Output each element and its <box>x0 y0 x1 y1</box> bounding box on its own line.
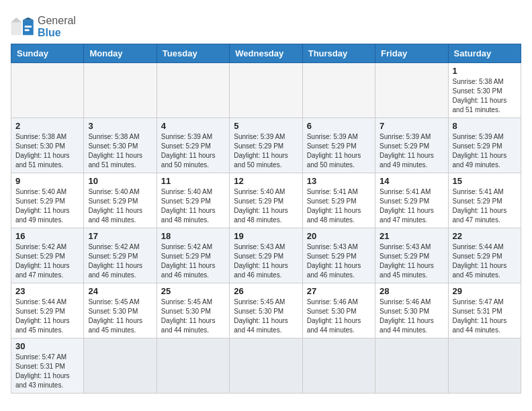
calendar-cell <box>375 338 448 394</box>
day-info: Sunrise: 5:45 AM Sunset: 5:30 PM Dayligh… <box>161 298 225 335</box>
day-number: 10 <box>88 176 152 186</box>
calendar-cell: 28Sunrise: 5:46 AM Sunset: 5:30 PM Dayli… <box>375 283 448 338</box>
calendar-week-row: 2Sunrise: 5:38 AM Sunset: 5:30 PM Daylig… <box>11 118 521 173</box>
day-number: 17 <box>88 231 152 241</box>
day-number: 26 <box>234 286 298 296</box>
calendar-cell: 3Sunrise: 5:38 AM Sunset: 5:30 PM Daylig… <box>84 118 157 173</box>
svg-rect-0 <box>11 22 22 35</box>
calendar-cell: 19Sunrise: 5:43 AM Sunset: 5:29 PM Dayli… <box>230 228 302 283</box>
day-info: Sunrise: 5:39 AM Sunset: 5:29 PM Dayligh… <box>380 132 443 170</box>
day-info: Sunrise: 5:40 AM Sunset: 5:29 PM Dayligh… <box>234 187 298 225</box>
svg-marker-1 <box>11 17 22 22</box>
calendar-cell <box>157 63 229 118</box>
day-info: Sunrise: 5:41 AM Sunset: 5:29 PM Dayligh… <box>380 187 443 225</box>
calendar-cell: 6Sunrise: 5:39 AM Sunset: 5:29 PM Daylig… <box>302 118 375 173</box>
calendar-cell <box>157 338 229 394</box>
col-header-saturday: Saturday <box>448 44 521 63</box>
day-number: 6 <box>307 121 371 131</box>
day-number: 14 <box>380 176 443 186</box>
calendar-cell <box>302 338 375 394</box>
day-number: 15 <box>453 176 517 186</box>
calendar-cell: 7Sunrise: 5:39 AM Sunset: 5:29 PM Daylig… <box>375 118 448 173</box>
calendar-week-row: 23Sunrise: 5:44 AM Sunset: 5:29 PM Dayli… <box>11 283 521 338</box>
calendar-cell <box>11 63 84 118</box>
day-info: Sunrise: 5:40 AM Sunset: 5:29 PM Dayligh… <box>15 187 79 225</box>
day-info: Sunrise: 5:44 AM Sunset: 5:29 PM Dayligh… <box>15 298 79 335</box>
day-info: Sunrise: 5:43 AM Sunset: 5:29 PM Dayligh… <box>307 242 371 280</box>
day-number: 2 <box>15 121 79 131</box>
calendar-cell: 29Sunrise: 5:47 AM Sunset: 5:31 PM Dayli… <box>448 283 521 338</box>
calendar-header-row: SundayMondayTuesdayWednesdayThursdayFrid… <box>11 44 521 63</box>
day-info: Sunrise: 5:42 AM Sunset: 5:29 PM Dayligh… <box>88 242 152 280</box>
day-number: 21 <box>380 231 443 241</box>
day-info: Sunrise: 5:42 AM Sunset: 5:29 PM Dayligh… <box>161 242 225 280</box>
calendar-cell: 11Sunrise: 5:40 AM Sunset: 5:29 PM Dayli… <box>157 173 229 228</box>
calendar-week-row: 9Sunrise: 5:40 AM Sunset: 5:29 PM Daylig… <box>11 173 521 228</box>
svg-marker-3 <box>23 17 34 20</box>
day-info: Sunrise: 5:40 AM Sunset: 5:29 PM Dayligh… <box>161 187 225 225</box>
day-number: 24 <box>88 286 152 296</box>
day-number: 12 <box>234 176 298 186</box>
day-number: 30 <box>15 341 79 351</box>
calendar-cell: 15Sunrise: 5:41 AM Sunset: 5:29 PM Dayli… <box>448 173 521 228</box>
day-info: Sunrise: 5:47 AM Sunset: 5:31 PM Dayligh… <box>453 298 517 335</box>
day-number: 9 <box>15 176 79 186</box>
day-info: Sunrise: 5:43 AM Sunset: 5:29 PM Dayligh… <box>234 242 298 280</box>
calendar-cell: 5Sunrise: 5:39 AM Sunset: 5:29 PM Daylig… <box>230 118 302 173</box>
calendar-cell: 1Sunrise: 5:38 AM Sunset: 5:30 PM Daylig… <box>448 63 521 118</box>
day-info: Sunrise: 5:46 AM Sunset: 5:30 PM Dayligh… <box>307 298 371 335</box>
day-number: 22 <box>453 231 517 241</box>
day-info: Sunrise: 5:44 AM Sunset: 5:29 PM Dayligh… <box>453 242 517 280</box>
day-number: 4 <box>161 121 225 131</box>
day-info: Sunrise: 5:42 AM Sunset: 5:29 PM Dayligh… <box>15 242 79 280</box>
svg-rect-4 <box>25 26 32 28</box>
calendar-week-row: 16Sunrise: 5:42 AM Sunset: 5:29 PM Dayli… <box>11 228 521 283</box>
day-info: Sunrise: 5:47 AM Sunset: 5:31 PM Dayligh… <box>15 353 79 390</box>
day-info: Sunrise: 5:38 AM Sunset: 5:30 PM Dayligh… <box>15 132 79 170</box>
day-number: 5 <box>234 121 298 131</box>
calendar-cell <box>84 338 157 394</box>
day-info: Sunrise: 5:38 AM Sunset: 5:30 PM Dayligh… <box>453 77 517 115</box>
col-header-thursday: Thursday <box>302 44 375 63</box>
calendar-cell <box>230 338 302 394</box>
day-number: 29 <box>453 286 517 296</box>
calendar-cell <box>448 338 521 394</box>
day-number: 18 <box>161 231 225 241</box>
page-header: General Blue <box>11 11 521 38</box>
logo-icon <box>11 17 35 36</box>
col-header-monday: Monday <box>84 44 157 63</box>
svg-rect-5 <box>25 29 30 31</box>
day-number: 16 <box>15 231 79 241</box>
day-number: 7 <box>380 121 443 131</box>
day-info: Sunrise: 5:39 AM Sunset: 5:29 PM Dayligh… <box>453 132 517 170</box>
calendar-week-row: 1Sunrise: 5:38 AM Sunset: 5:30 PM Daylig… <box>11 63 521 118</box>
calendar-cell: 21Sunrise: 5:43 AM Sunset: 5:29 PM Dayli… <box>375 228 448 283</box>
calendar-cell: 22Sunrise: 5:44 AM Sunset: 5:29 PM Dayli… <box>448 228 521 283</box>
calendar-cell <box>302 63 375 118</box>
calendar-cell: 9Sunrise: 5:40 AM Sunset: 5:29 PM Daylig… <box>11 173 84 228</box>
logo-text: General Blue <box>38 15 76 38</box>
day-number: 25 <box>161 286 225 296</box>
day-number: 13 <box>307 176 371 186</box>
day-info: Sunrise: 5:46 AM Sunset: 5:30 PM Dayligh… <box>380 298 443 335</box>
calendar-cell <box>230 63 302 118</box>
calendar-cell: 2Sunrise: 5:38 AM Sunset: 5:30 PM Daylig… <box>11 118 84 173</box>
day-number: 28 <box>380 286 443 296</box>
calendar-week-row: 30Sunrise: 5:47 AM Sunset: 5:31 PM Dayli… <box>11 338 521 394</box>
day-info: Sunrise: 5:39 AM Sunset: 5:29 PM Dayligh… <box>234 132 298 170</box>
day-number: 27 <box>307 286 371 296</box>
calendar-cell: 14Sunrise: 5:41 AM Sunset: 5:29 PM Dayli… <box>375 173 448 228</box>
day-info: Sunrise: 5:45 AM Sunset: 5:30 PM Dayligh… <box>88 298 152 335</box>
calendar-cell <box>375 63 448 118</box>
day-number: 20 <box>307 231 371 241</box>
day-number: 8 <box>453 121 517 131</box>
calendar-cell: 12Sunrise: 5:40 AM Sunset: 5:29 PM Dayli… <box>230 173 302 228</box>
day-info: Sunrise: 5:40 AM Sunset: 5:29 PM Dayligh… <box>88 187 152 225</box>
day-number: 23 <box>15 286 79 296</box>
day-info: Sunrise: 5:41 AM Sunset: 5:29 PM Dayligh… <box>453 187 517 225</box>
day-number: 1 <box>453 66 517 76</box>
day-info: Sunrise: 5:39 AM Sunset: 5:29 PM Dayligh… <box>307 132 371 170</box>
col-header-wednesday: Wednesday <box>230 44 302 63</box>
day-info: Sunrise: 5:41 AM Sunset: 5:29 PM Dayligh… <box>307 187 371 225</box>
col-header-sunday: Sunday <box>11 44 84 63</box>
